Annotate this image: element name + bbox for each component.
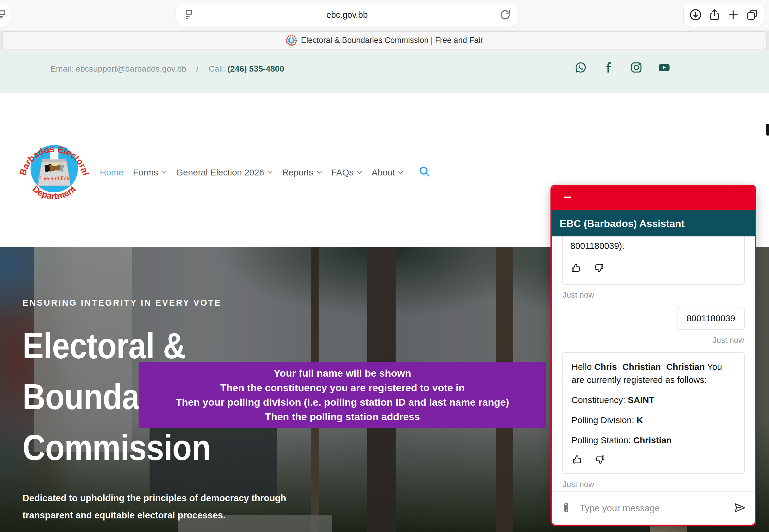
chat-input-bar bbox=[552, 491, 755, 525]
polling-division-row: Polling Division: K bbox=[571, 414, 735, 427]
tab-bar: Electoral & Boundaries Commission | Free… bbox=[0, 30, 769, 50]
active-tab[interactable]: Electoral & Boundaries Commission | Free… bbox=[2, 31, 767, 49]
attachment-paperclip-icon[interactable] bbox=[560, 502, 572, 515]
user-message: 8001180039 bbox=[677, 307, 745, 330]
overlay-line: Your full name will be shown bbox=[138, 367, 546, 379]
message-timestamp: Just now bbox=[562, 480, 744, 489]
search-icon[interactable] bbox=[418, 165, 431, 180]
overlay-line: Then your polling division (i.e. polling… bbox=[138, 396, 546, 408]
youtube-icon[interactable] bbox=[657, 61, 671, 74]
thumbs-up-icon[interactable] bbox=[571, 454, 583, 469]
bot-message-text: 8001180039). bbox=[570, 239, 736, 252]
thumbs-down-icon[interactable] bbox=[595, 454, 606, 469]
minimize-button[interactable]: – bbox=[564, 188, 571, 204]
chevron-down-icon bbox=[357, 170, 362, 174]
whatsapp-icon[interactable] bbox=[574, 61, 588, 74]
feedback-row bbox=[570, 262, 736, 276]
constituency-value: SAINT bbox=[628, 395, 655, 405]
bot-greeting: Hello Chris Christian Christian You are … bbox=[571, 360, 735, 386]
feedback-row bbox=[571, 454, 735, 469]
polling-station-value: Christian bbox=[633, 435, 672, 445]
message-timestamp: Just now bbox=[562, 336, 744, 345]
url-text: ebc.gov.bb bbox=[326, 10, 368, 20]
main-nav: Home Forms General Election 2026 Reports… bbox=[100, 165, 431, 180]
overlay-line: Then the polling station address bbox=[138, 411, 546, 423]
chat-widget: – EBC (Barbados) Assistant 8001180039). bbox=[550, 185, 756, 526]
chevron-down-icon bbox=[161, 170, 167, 174]
tooltip-overlay-box: Your full name will be shown Then the co… bbox=[138, 362, 546, 428]
url-bar[interactable]: ebc.gov.bb bbox=[176, 3, 518, 27]
bot-message: 8001180039). bbox=[562, 236, 745, 285]
download-button[interactable] bbox=[689, 8, 702, 22]
new-tab-button[interactable] bbox=[726, 8, 740, 22]
nav-item-forms[interactable]: Forms bbox=[133, 167, 167, 178]
hero-title-line3: Commission bbox=[22, 422, 211, 473]
chat-message-input[interactable] bbox=[580, 503, 725, 514]
facebook-icon[interactable] bbox=[602, 61, 615, 74]
overlay-line: Then the constituency you are registered… bbox=[138, 382, 546, 394]
browser-toolbar: ebc.gov.bb bbox=[0, 0, 769, 30]
nav-item-faqs[interactable]: FAQs bbox=[331, 167, 362, 178]
screen: ebc.gov.bb bbox=[0, 0, 769, 532]
nav-item-reports[interactable]: Reports bbox=[282, 167, 322, 178]
tabs-overview-button[interactable] bbox=[745, 8, 759, 22]
hero-subtitle: Dedicated to upholding the principles of… bbox=[22, 490, 307, 524]
thumbs-down-icon[interactable] bbox=[594, 262, 605, 276]
chevron-down-icon bbox=[398, 170, 403, 174]
registered-name: Chris Christian Christian bbox=[594, 362, 705, 372]
social-links bbox=[574, 61, 671, 74]
nav-item-about[interactable]: About bbox=[372, 167, 403, 178]
tab-title: Electoral & Boundaries Commission | Free… bbox=[301, 36, 483, 45]
svg-text:Free and Fair: Free and Fair bbox=[38, 175, 70, 181]
contact-info: Email: ebcsupport@barbados.gov.bb / Call… bbox=[50, 64, 284, 74]
separator: / bbox=[196, 64, 199, 73]
polling-division-value: K bbox=[637, 415, 643, 425]
thumbs-up-icon[interactable] bbox=[570, 262, 582, 276]
ebc-department-logo[interactable]: Free and Fair Barbados Electoral Departm… bbox=[18, 133, 90, 205]
chat-widget-titlebar: – bbox=[552, 186, 755, 210]
instagram-icon[interactable] bbox=[630, 61, 643, 74]
favicon-ebc-logo bbox=[286, 35, 297, 46]
nav-item-general-election-2026[interactable]: General Election 2026 bbox=[176, 167, 273, 178]
user-message-text: 8001180039 bbox=[686, 313, 735, 323]
browser-actions bbox=[684, 3, 764, 27]
call-label: Call: bbox=[209, 64, 225, 73]
share-button[interactable] bbox=[708, 8, 721, 22]
constituency-row: Constituency: SAINT bbox=[571, 394, 735, 407]
bot-message: Hello Chris Christian Christian You are … bbox=[562, 352, 745, 474]
email-value[interactable]: ebcsupport@barbados.gov.bb bbox=[76, 64, 186, 73]
reload-icon[interactable] bbox=[499, 8, 512, 21]
reader-icon[interactable] bbox=[182, 8, 196, 21]
mouse-cursor bbox=[766, 124, 769, 136]
chevron-down-icon bbox=[267, 170, 273, 174]
phone-number[interactable]: (246) 535-4800 bbox=[228, 64, 284, 73]
message-timestamp: Just now bbox=[562, 291, 744, 300]
sidebar-button[interactable] bbox=[0, 3, 11, 27]
polling-station-row: Polling Station: Christian bbox=[571, 434, 735, 447]
email-label: Email: bbox=[50, 64, 73, 73]
site-topbar: Email: ebcsupport@barbados.gov.bb / Call… bbox=[0, 50, 769, 93]
send-icon[interactable] bbox=[733, 501, 747, 516]
sidebar-icon bbox=[0, 9, 8, 21]
chevron-down-icon bbox=[317, 170, 322, 174]
hero-eyebrow: ENSURING INTEGRITY IN EVERY VOTE bbox=[22, 298, 222, 308]
chat-messages[interactable]: 8001180039). bbox=[552, 236, 755, 491]
chat-title: EBC (Barbados) Assistant bbox=[559, 218, 685, 229]
chat-assistant-header: EBC (Barbados) Assistant bbox=[552, 210, 755, 236]
nav-item-home[interactable]: Home bbox=[100, 167, 123, 178]
